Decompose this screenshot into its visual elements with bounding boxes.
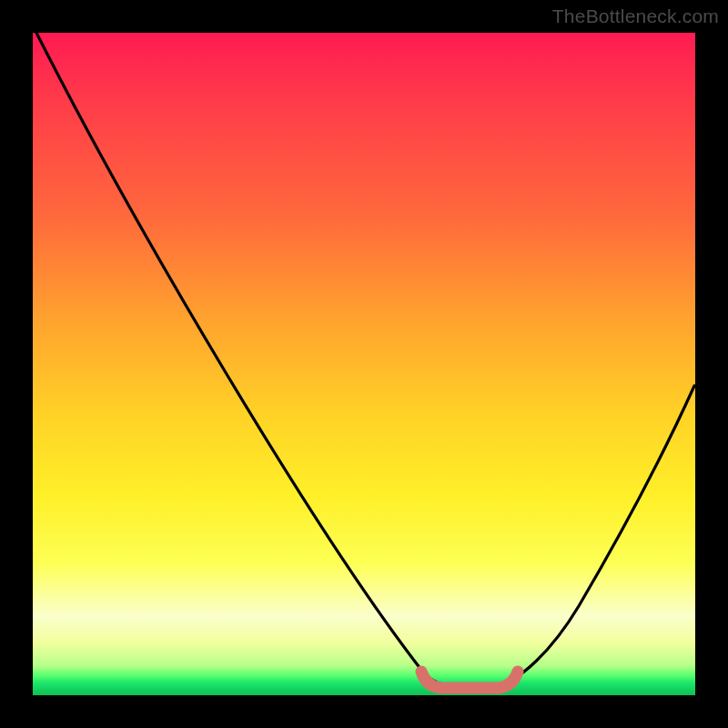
watermark-text: TheBottleneck.com <box>552 5 719 27</box>
plot-area <box>33 33 695 695</box>
optimal-range-marker <box>421 672 518 688</box>
chart-frame: TheBottleneck.com <box>0 0 728 728</box>
curve-right-arm <box>497 386 694 686</box>
curve-left-arm <box>35 31 453 686</box>
bottleneck-curve <box>33 33 695 695</box>
